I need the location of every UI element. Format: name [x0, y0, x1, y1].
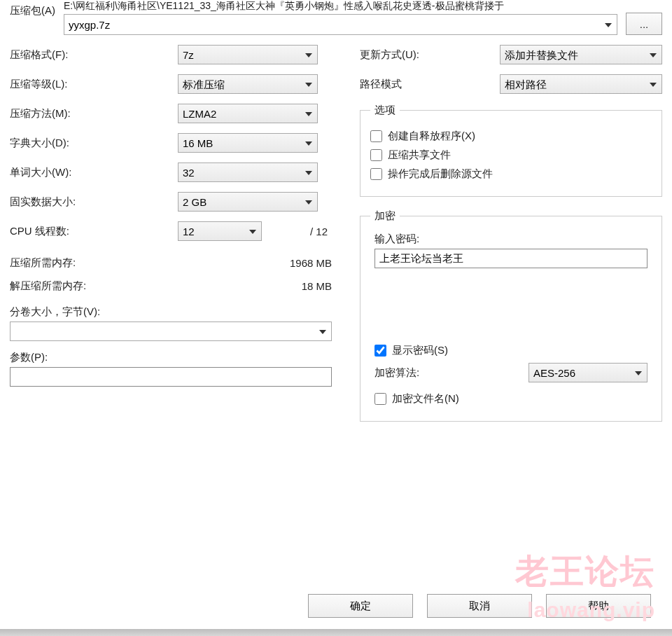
params-label: 参数(P):: [10, 351, 332, 364]
format-select[interactable]: 7z: [178, 45, 318, 64]
archive-label: 压缩包(A): [10, 0, 55, 18]
encryption-legend: 加密: [370, 209, 400, 223]
delete-label: 操作完成后删除源文件: [388, 167, 493, 181]
sfx-label: 创建自释放程序(X): [388, 130, 475, 143]
update-label: 更新方式(U):: [360, 48, 500, 62]
solid-select[interactable]: 2 GB: [178, 192, 318, 212]
options-legend: 选项: [370, 104, 400, 117]
dict-label: 字典大小(D):: [10, 137, 178, 150]
encryption-group: 加密 输入密码: 显示密码(S) 加密算法: AES-256 加密文件名: [360, 209, 662, 422]
password-input[interactable]: [374, 249, 648, 268]
mem-unpack-value: 18 MB: [302, 280, 332, 292]
shared-checkbox[interactable]: [370, 149, 382, 161]
method-select[interactable]: LZMA2: [178, 104, 318, 123]
split-select[interactable]: [10, 322, 332, 341]
pathmode-label: 路径模式: [360, 78, 500, 91]
encrypt-names-checkbox[interactable]: [374, 393, 386, 405]
level-select[interactable]: 标准压缩: [178, 74, 318, 94]
enc-algo-label: 加密算法:: [374, 366, 528, 380]
watermark-big: 老王论坛: [515, 549, 655, 594]
footer-bar: [0, 629, 672, 636]
update-select[interactable]: 添加并替换文件: [500, 45, 662, 64]
format-label: 压缩格式(F):: [10, 48, 178, 62]
cancel-button[interactable]: 取消: [427, 594, 532, 618]
threads-select[interactable]: 12: [178, 221, 262, 241]
level-label: 压缩等级(L):: [10, 78, 178, 91]
split-label: 分卷大小，字节(V):: [10, 305, 332, 319]
help-button[interactable]: 帮助: [546, 594, 651, 618]
mem-pack-label: 压缩所需内存:: [10, 256, 290, 270]
word-label: 单词大小(W):: [10, 166, 178, 179]
enc-algo-select[interactable]: AES-256: [528, 363, 648, 382]
params-input[interactable]: [10, 367, 332, 387]
solid-label: 固实数据大小:: [10, 195, 178, 209]
mem-pack-value: 1968 MB: [290, 257, 332, 269]
archive-file-select[interactable]: yyxgp.7z: [64, 14, 617, 35]
threads-label: CPU 线程数:: [10, 225, 178, 238]
pathmode-select[interactable]: 相对路径: [500, 74, 662, 94]
threads-max: / 12: [262, 226, 332, 237]
archive-path: E:\网红福利\海甬社区\YE1121_33_海甬社区大神『英勇小钢炮』性感入喉…: [64, 0, 617, 13]
show-password-label: 显示密码(S): [392, 344, 448, 357]
show-password-checkbox[interactable]: [374, 345, 386, 357]
ellipsis-icon: ...: [640, 18, 649, 30]
delete-checkbox[interactable]: [370, 168, 382, 180]
browse-button[interactable]: ...: [626, 13, 662, 35]
options-group: 选项 创建自释放程序(X) 压缩共享文件 操作完成后删除源文件: [360, 104, 662, 197]
sfx-checkbox[interactable]: [370, 130, 382, 142]
encrypt-names-label: 加密文件名(N): [392, 392, 459, 406]
password-label: 输入密码:: [374, 233, 648, 246]
method-label: 压缩方法(M):: [10, 107, 178, 120]
ok-button[interactable]: 确定: [308, 594, 413, 618]
dict-select[interactable]: 16 MB: [178, 133, 318, 153]
shared-label: 压缩共享文件: [388, 148, 451, 162]
mem-unpack-label: 解压缩所需内存:: [10, 279, 302, 293]
word-select[interactable]: 32: [178, 163, 318, 182]
